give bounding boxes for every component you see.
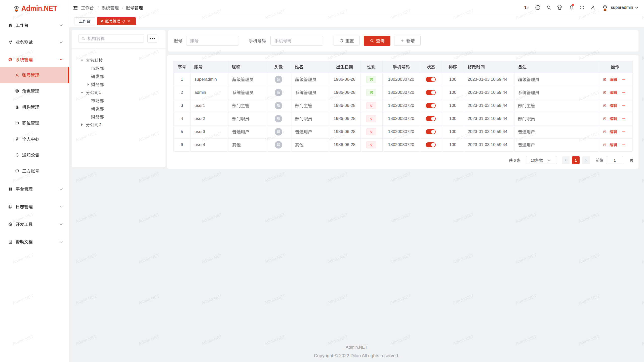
svg-text:T: T (527, 6, 529, 9)
